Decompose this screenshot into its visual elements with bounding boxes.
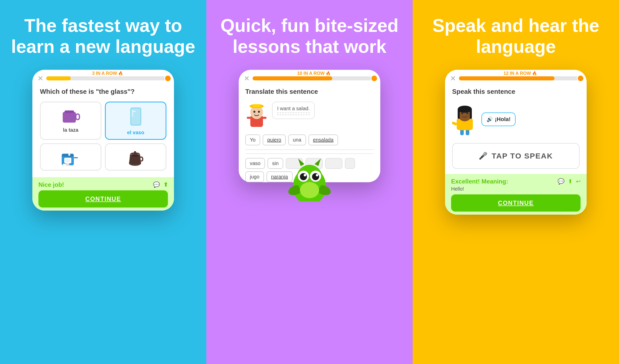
blank-chip-4 [345,158,355,169]
progress-fill-3 [459,76,555,80]
streak-label-1: 3 IN A ROW 🔥 [92,71,123,76]
chat-icon-3[interactable]: 💬 [558,178,564,185]
streak-label-3: 12 IN A ROW 🔥 [503,71,537,76]
girl-character [452,102,477,137]
svg-rect-24 [247,117,251,119]
choice-coffeepot[interactable] [105,143,166,171]
footer-icons-3: 💬 ⬆ ↩ [558,178,581,185]
coffeemaker-icon [61,149,81,166]
progress-badge-2 [371,75,378,82]
svg-point-17 [131,155,139,157]
svg-point-44 [458,106,472,113]
progress-bar-3: 12 IN A ROW 🔥 [459,76,582,80]
flame-icon-2: 🔥 [326,71,331,76]
coffeepot-icon [127,149,145,166]
progress-bar-2: 10 IN A ROW 🔥 [253,76,375,80]
close-btn-3[interactable]: ✕ [450,74,456,83]
flame-icon-1: 🔥 [118,71,123,76]
chip-vaso[interactable]: vaso [245,158,265,169]
chip-quiero[interactable]: quiero [263,134,286,145]
nice-job-text: Nice job! [38,181,64,188]
svg-point-32 [300,173,307,180]
mug-icon [61,107,81,125]
svg-rect-7 [62,154,73,157]
footer-icons-1: 💬 ⬆ [153,181,168,188]
svg-point-48 [466,112,468,114]
svg-point-23 [258,111,260,113]
character-speech: I want a salad. [245,102,374,129]
svg-rect-13 [66,163,69,166]
progress-area-1: ✕ 3 IN A ROW 🔥 [32,70,174,85]
choice-mug[interactable]: la taza [40,102,101,140]
chip-ensalada[interactable]: ensalada [308,134,338,145]
choice-label-mug: la taza [63,127,78,133]
hola-bubble: 🔊 ¡Hola! [481,112,516,126]
svg-rect-9 [65,159,70,162]
svg-rect-1 [76,114,79,120]
progress-badge-3 [577,75,584,82]
close-btn-2[interactable]: ✕ [244,74,250,83]
divider-1 [245,149,374,150]
progress-fill-1 [46,76,71,80]
choice-coffeemaker[interactable] [40,143,101,171]
panel-yellow: Speak and hear the language ✕ 12 IN A RO… [413,0,619,364]
share-icon-3[interactable]: ⬆ [568,178,572,185]
svg-rect-0 [63,112,76,123]
svg-rect-45 [458,109,460,119]
progress-bar-1: 3 IN A ROW 🔥 [46,76,169,80]
streak-label-2: 10 IN A ROW 🔥 [297,71,331,76]
progress-badge-1 [164,75,171,82]
continue-button-1[interactable]: CONTINUE [38,190,168,208]
panel-purple: Quick, fun bite-sized lessons that work … [206,0,413,364]
svg-marker-38 [298,158,304,166]
flame-icon-3: 🔥 [532,71,537,76]
svg-rect-25 [262,117,267,119]
chip-sin[interactable]: sin [268,158,283,169]
sound-icon[interactable]: 🔊 [487,116,493,122]
word-chips-given: Yo quiero una ensalada [245,134,374,145]
close-btn-1[interactable]: ✕ [37,74,43,83]
svg-rect-16 [134,151,136,154]
continue-button-3[interactable]: CONTINUE [451,194,581,212]
svg-marker-39 [315,158,321,166]
question-3: Speak this sentence [452,88,580,96]
svg-point-47 [461,112,463,114]
panel3-title: Speak and hear the language [423,15,609,57]
speech-bubble: I want a salad. [272,102,315,119]
excellent-footer: Excellent! Meaning: 💬 ⬆ ↩ Hello! CONTINU… [445,174,587,215]
hola-text: ¡Hola! [495,116,511,123]
svg-rect-5 [132,109,133,117]
glass-icon [129,107,142,127]
tap-to-speak-text: TAP TO SPEAK [492,152,553,160]
svg-point-37 [300,182,319,198]
phone-panel1: ✕ 3 IN A ROW 🔥 Which of these is "the gl… [32,70,174,211]
panel2-title: Quick, fun bite-sized lessons that work [216,15,403,57]
svg-point-22 [253,111,255,113]
speak-content: Speak this sentence [445,85,587,174]
phone-content-1: Which of these is "the glass"? la taza [32,85,174,175]
footer-nice-job: Nice job! 💬 ⬆ [38,181,168,188]
svg-rect-46 [470,109,472,119]
svg-rect-12 [74,157,78,158]
choice-glass[interactable]: el vaso [105,102,166,140]
svg-rect-21 [253,104,260,107]
svg-point-10 [68,154,70,156]
phone-panel3: ✕ 12 IN A ROW 🔥 Speak this sentence [445,70,587,215]
chip-una[interactable]: una [288,134,306,145]
tap-to-speak-button[interactable]: 🎤 TAP TO SPEAK [452,143,580,169]
undo-icon-3[interactable]: ↩ [576,178,581,185]
choices-grid: la taza el vaso [40,102,166,171]
phone-footer-1: Nice job! 💬 ⬆ CONTINUE [32,177,174,211]
chip-jugo[interactable]: jugo [245,171,264,182]
chip-yo[interactable]: Yo [245,134,260,145]
question-1: Which of these is "the glass"? [40,88,166,96]
panel1-title: The fastest way to learn a new language [10,15,196,57]
chat-icon[interactable]: 💬 [153,181,160,188]
owl-peek [287,151,332,202]
excellent-label: Excellent! Meaning: [451,178,508,185]
svg-point-33 [312,173,319,180]
owl-svg [287,151,332,201]
mic-icon: 🎤 [479,152,488,160]
share-icon[interactable]: ⬆ [163,181,168,188]
excellent-row: Excellent! Meaning: 💬 ⬆ ↩ [451,178,581,185]
